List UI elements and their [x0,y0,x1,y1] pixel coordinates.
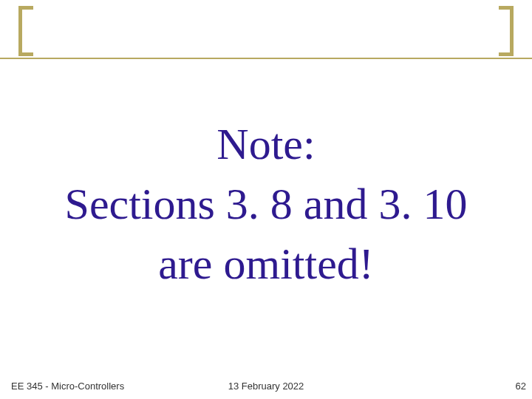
footer-page-number: 62 [516,381,526,392]
body-line-3: are omitted! [22,234,510,294]
slide-body: Note: Sections 3. 8 and 3. 10 are omitte… [0,115,532,294]
footer-date: 13 February 2022 [228,381,304,392]
body-line-1: Note: [22,115,510,174]
bracket-right-icon [499,6,514,56]
title-bracket-frame [18,6,514,56]
body-line-2: Sections 3. 8 and 3. 10 [22,174,510,234]
footer-course: EE 345 - Micro-Controllers [11,381,124,392]
header-underline [0,58,532,59]
bracket-left-icon [18,6,33,56]
